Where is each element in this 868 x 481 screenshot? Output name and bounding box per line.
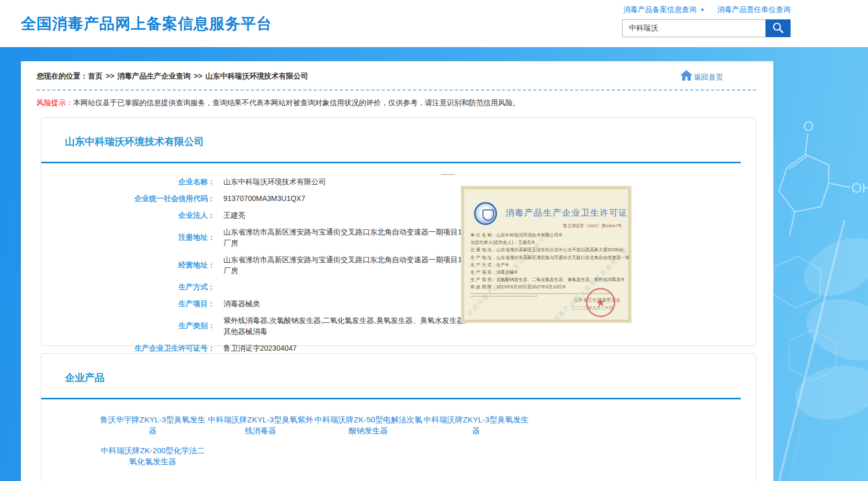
field-row-business-address: 经营地址： 山东省潍坊市高新区潍安路与宝通街交叉路口东北角自动变速器一期项目1#…: [41, 254, 756, 276]
breadcrumb-home-link[interactable]: 首页: [88, 72, 103, 80]
hygiene-license-certificate-image: 全国消毒产品网上备案信息服务平台 全国消毒产品网上备案信息服务平台 消毒产品生产…: [461, 186, 632, 323]
product-link[interactable]: 中科瑞沃牌ZK-200型化学法二氧化氯发生器: [99, 445, 207, 467]
certificate-line: 生 产 类 别：次氯酸钠发生器、二氧化氯发生器、臭氧发生器、紫外线消毒器※: [470, 276, 630, 283]
company-info-card: 山东中科瑞沃环境技术有限公司 企业名称： 山东中科瑞沃环境技术有限公司 企业统一…: [41, 117, 756, 346]
breadcrumb-current: 山东中科瑞沃环境技术有限公司: [206, 72, 308, 80]
breadcrumb-prefix: 您现在的位置：: [37, 72, 88, 80]
field-value: 山东省潍坊市高新区潍安路与宝通街交叉路口东北角自动变速器一期项目1#厂房: [223, 227, 469, 249]
molecule-flower-decoration: O OH: [758, 47, 868, 481]
field-value: 鲁卫消证字202304047: [223, 343, 469, 354]
header-right: 消毒产品备案信息查询▼消毒产品责任单位查询: [622, 5, 791, 37]
certificate-line: 生 产 项 目：消毒器械※: [470, 269, 630, 276]
search-bar: [622, 19, 791, 37]
nav-link-responsible-unit-query[interactable]: 消毒产品责任单位查询: [717, 5, 791, 14]
back-home-label: 返回首页: [694, 73, 723, 82]
breadcrumb: 您现在的位置：首页>>消毒产品生产企业查询>>山东中科瑞沃环境技术有限公司: [37, 72, 308, 81]
chevron-down-icon: ▼: [700, 7, 705, 13]
search-icon: [772, 21, 784, 36]
field-value: 91370700MA3M3U1QX7: [223, 193, 469, 204]
field-value: 山东中科瑞沃环境技术有限公司: [223, 176, 469, 187]
company-products-card: 企业产品 鲁沃华宇牌ZKYL-3型臭氧发生器 中科瑞沃牌ZKYL-3型臭氧紫外线…: [41, 353, 756, 481]
back-home-link[interactable]: 返回首页: [680, 70, 723, 82]
product-link[interactable]: 中科瑞沃牌ZKYL-3型臭氧发生器: [422, 414, 530, 436]
product-list: 鲁沃华宇牌ZKYL-3型臭氧发生器 中科瑞沃牌ZKYL-3型臭氧紫外线消毒器 中…: [99, 414, 549, 476]
certificate-emblem-icon: [474, 202, 497, 225]
field-row-production-project: 生产项目： 消毒器械类: [41, 298, 756, 309]
breadcrumb-separator: >>: [106, 72, 114, 80]
title-underline: [41, 398, 741, 399]
risk-warning-label: 风险提示：: [37, 98, 73, 107]
product-link[interactable]: 鲁沃华宇牌ZKYL-3型臭氧发生器: [99, 414, 207, 436]
field-row-license-number: 生产企业卫生许可证号： 鲁卫消证字202304047: [41, 343, 756, 354]
field-label: 企业名称：: [41, 177, 215, 187]
field-row-legal-person: 企业法人： 王建亮: [41, 210, 756, 221]
field-label: 生产项目：: [41, 299, 215, 309]
certificate-line: 单 位 名 称：山东中科瑞沃环境技术有限公司※: [470, 231, 630, 239]
risk-warning-text: 本网站仅基于已掌握的信息提供查询服务，查询结果不代表本网站对被查询对象信用状况的…: [73, 98, 520, 107]
company-card-title: 山东中科瑞沃环境技术有限公司: [41, 118, 756, 149]
certificate-line: 生 产 地 址：山东省潍坊市高新区潍安路与宝通街交叉路口东北角自动变速器一期项目…: [470, 254, 630, 261]
svg-text:O: O: [803, 118, 814, 134]
field-row-credit-code: 企业统一社会信用代码： 91370700MA3M3U1QX7: [41, 193, 756, 204]
field-row-registered-address: 注册地址： 山东省潍坊市高新区潍安路与宝通街交叉路口东北角自动变速器一期项目1#…: [41, 227, 756, 249]
svg-text:OH: OH: [851, 180, 868, 196]
products-card-title: 企业产品: [41, 354, 756, 385]
field-label: 生产企业卫生许可证号：: [41, 344, 215, 353]
certificate-line: 法定代表人(或负责人)：王建亮※: [470, 239, 630, 246]
top-nav: 消毒产品备案信息查询▼消毒产品责任单位查询: [622, 5, 791, 15]
field-row-production-category: 生产类别： 紫外线消毒器,次氯酸钠发生器,二氧化氯发生器,臭氧发生器、臭氧水发生…: [41, 315, 756, 337]
field-value: 山东省潍坊市高新区潍安路与宝通街交叉路口东北角自动变速器一期项目1#厂房: [223, 254, 469, 276]
main-content: 您现在的位置：首页>>消毒产品生产企业查询>>山东中科瑞沃环境技术有限公司 返回…: [21, 61, 773, 481]
certificate-title: 消毒产品生产企业卫生许可证: [505, 207, 628, 219]
certificate-body: 单 位 名 称：山东中科瑞沃环境技术有限公司※ 法定代表人(或负责人)：王建亮※…: [470, 231, 630, 297]
certificate-line: 注 册 地 址：山东省潍坊高新区玉清东街以北中心次干道以西高新大厦502科技: [470, 246, 630, 253]
product-link[interactable]: 中科瑞沃牌ZK-50型电解法次氯酸钠发生器: [314, 414, 422, 436]
field-value: 王建亮: [223, 210, 469, 221]
seal-star-icon: ★: [595, 296, 606, 309]
certificate-line: 生 产 方 式：生产※: [470, 261, 630, 269]
site-title[interactable]: 全国消毒产品网上备案信息服务平台: [21, 14, 272, 35]
field-label: 生产类别：: [41, 321, 215, 331]
field-row-production-mode: 生产方式：: [41, 282, 756, 293]
product-link[interactable]: 中科瑞沃牌ZKYL-3型臭氧紫外线消毒器: [207, 414, 314, 436]
field-label: 企业法人：: [41, 211, 215, 220]
field-row-company-name: 企业名称： 山东中科瑞沃环境技术有限公司: [41, 176, 756, 187]
field-value: 紫外线消毒器,次氯酸钠发生器,二氧化氯发生器,臭氧发生器、臭氧水发生器,其他器械…: [223, 315, 469, 337]
breadcrumb-separator: >>: [194, 72, 202, 80]
field-label: 经营地址：: [41, 261, 215, 270]
dashed-separator: [37, 90, 756, 91]
certificate-number: 鲁卫消证字〔2023〕第04047号: [563, 223, 622, 229]
field-value: 消毒器械类: [223, 298, 469, 309]
risk-warning: 风险提示：本网站仅基于已掌握的信息提供查询服务，查询结果不代表本网站对被查询对象…: [37, 98, 758, 108]
home-icon: [680, 70, 694, 82]
field-label: 生产方式：: [41, 283, 215, 292]
company-fields: 企业名称： 山东中科瑞沃环境技术有限公司 企业统一社会信用代码： 9137070…: [41, 176, 756, 371]
nav-link-record-info-query[interactable]: 消毒产品备案信息查询: [623, 5, 696, 14]
field-label: 注册地址：: [41, 233, 215, 242]
breadcrumb-row: 您现在的位置：首页>>消毒产品生产企业查询>>山东中科瑞沃环境技术有限公司 返回…: [21, 61, 773, 82]
image-dash-artifact: [441, 174, 455, 175]
search-input[interactable]: [622, 19, 765, 37]
field-label: 企业统一社会信用代码：: [41, 194, 215, 204]
breadcrumb-query-link[interactable]: 消毒产品生产企业查询: [117, 72, 190, 80]
title-underline: [41, 162, 741, 163]
certificate-fine-print: [470, 296, 537, 297]
search-button[interactable]: [765, 19, 791, 37]
top-header: 全国消毒产品网上备案信息服务平台 消毒产品备案信息查询▼消毒产品责任单位查询: [0, 0, 868, 47]
